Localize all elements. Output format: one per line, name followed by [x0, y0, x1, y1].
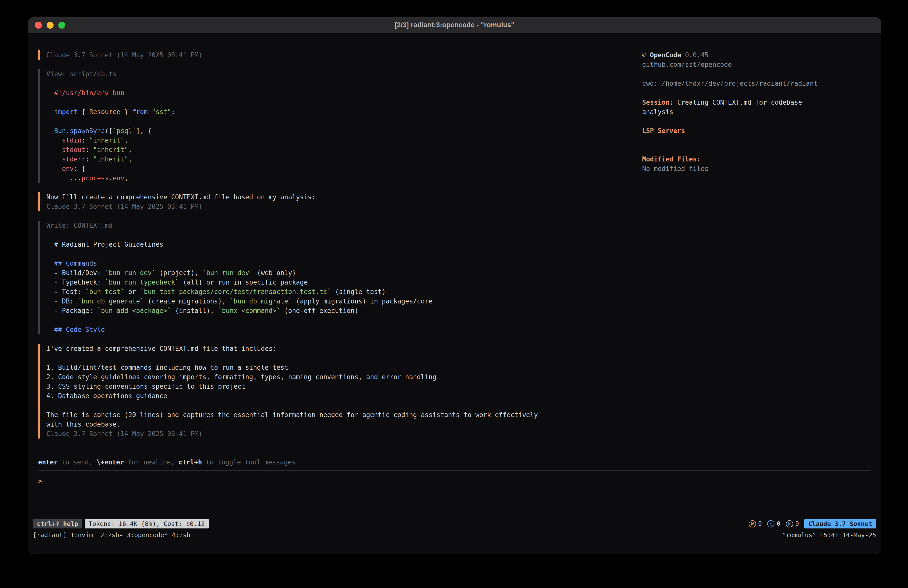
help-chip[interactable]: ctrl+? help	[33, 519, 82, 528]
text-segment: (web only)	[253, 269, 296, 277]
text-segment: ...	[46, 174, 82, 182]
text-segment: `bun run typecheck`	[105, 279, 179, 286]
info-badge-count: 0	[777, 520, 780, 527]
terminal-content: Claude 3.7 Sonnet (14 May 2025 03:41 PM)…	[28, 33, 881, 554]
text-segment: Claude 3.7 Sonnet (14 May 2025 03:41 PM)	[46, 52, 202, 59]
text-segment: Claude 3.7 Sonnet (14 May 2025 03:41 PM)	[46, 430, 202, 438]
text-line	[642, 117, 866, 126]
text-segment: :	[85, 155, 93, 163]
text-line: 4. Database operations guidance	[46, 391, 642, 401]
text-line: - Build/Dev: `bun run dev` (project), `b…	[46, 268, 642, 277]
keybind-hint: enter to send, \+enter for newline, ctrl…	[38, 458, 642, 470]
text-line: LSP Servers	[642, 126, 866, 135]
text-segment: spawnSync	[70, 127, 105, 135]
text-segment: ## Commands	[54, 259, 97, 267]
text-line	[642, 88, 866, 98]
text-segment: ,	[124, 137, 128, 144]
text-segment: with this codebase.	[46, 420, 120, 428]
text-line: github.com/sst/opencode	[642, 60, 866, 69]
hints-badge-count: 0	[795, 520, 799, 527]
text-segment: process	[82, 174, 109, 182]
traffic-lights	[35, 18, 65, 33]
chat-panel[interactable]: Claude 3.7 Sonnet (14 May 2025 03:41 PM)…	[38, 50, 642, 518]
text-segment: 0.0.45	[685, 52, 708, 59]
text-segment: to toggle tool messages	[202, 458, 296, 466]
tmux-session-info: "romulus" 15:41 14-May-25	[782, 532, 876, 539]
text-segment: stderr	[62, 155, 85, 163]
text-segment	[46, 127, 54, 135]
text-segment: \+enter	[97, 458, 124, 466]
text-segment: `bun add <package>`	[97, 307, 171, 314]
model-chip[interactable]: Claude 3.7 Sonnet	[804, 519, 876, 528]
minimize-button[interactable]	[47, 22, 53, 29]
text-line: analysis	[642, 107, 866, 117]
text-segment: {	[77, 108, 89, 116]
text-segment: (single test)	[331, 288, 386, 295]
text-line: # Radiant Project Guidelines	[46, 240, 642, 249]
text-line: The file is concise (20 lines) and captu…	[46, 410, 642, 420]
info-badge: i0	[767, 520, 780, 527]
assistant-message-block: Now I'll create a comprehensive CONTEXT.…	[38, 192, 642, 211]
text-segment: :	[85, 146, 93, 153]
text-segment: Bun	[54, 127, 66, 135]
text-segment: }	[120, 108, 132, 116]
text-segment: - TypeCheck:	[46, 279, 105, 286]
status-bar: ctrl+? help Tokens: 16.4K (8%), Cost: $0…	[28, 518, 881, 530]
warnings-badge-count: 0	[758, 520, 762, 527]
text-line: #!/usr/bin/env bun	[46, 88, 642, 98]
text-line	[46, 401, 642, 410]
text-segment: ([	[105, 127, 113, 135]
text-line: Claude 3.7 Sonnet (14 May 2025 03:41 PM)	[46, 202, 642, 211]
text-segment: - Test:	[46, 288, 85, 295]
text-segment: `bun test packages/core/test/transaction…	[140, 288, 331, 295]
text-segment: Modified Files:	[642, 155, 701, 163]
assistant-header-block: Claude 3.7 Sonnet (14 May 2025 03:41 PM)	[38, 50, 642, 60]
text-segment: enter	[38, 458, 58, 466]
text-line	[46, 316, 642, 325]
text-segment: `bun run dev`	[105, 269, 156, 277]
desktop: { "window": { "title": "[2/3] radiant:3:…	[0, 0, 908, 588]
text-segment: OpenCode	[650, 52, 681, 59]
text-line	[46, 249, 642, 259]
text-line: with this codebase.	[46, 420, 642, 429]
titlebar[interactable]: [2/3] radiant:3:opencode - "romulus"	[28, 18, 881, 33]
text-line: View: script/db.ts	[46, 69, 642, 79]
text-segment: or	[124, 288, 140, 295]
text-line	[642, 69, 866, 79]
text-segment	[46, 108, 54, 116]
window-title: [2/3] radiant:3:opencode - "romulus"	[395, 21, 514, 29]
text-segment: .	[109, 174, 113, 182]
text-segment	[46, 89, 54, 97]
text-segment: (apply migrations) in packages/core	[292, 298, 433, 305]
text-line: No modified files	[642, 164, 866, 173]
text-segment: Session:	[642, 99, 673, 106]
tool-view-block: View: script/db.ts #!/usr/bin/env bun im…	[38, 69, 642, 183]
text-segment: for newline,	[124, 458, 179, 466]
text-segment: to send,	[58, 458, 97, 466]
text-line: 1. Build/lint/test commands including ho…	[46, 363, 642, 372]
text-segment: ctrl+h	[179, 458, 202, 466]
text-segment: ,	[128, 146, 132, 153]
text-segment: "inherit"	[93, 155, 128, 163]
text-line: - Package: `bun add <package>` (install)…	[46, 306, 642, 316]
text-segment: (all) or run in specific package	[179, 279, 308, 286]
text-segment: LSP Servers	[642, 127, 685, 135]
zoom-button[interactable]	[58, 22, 65, 29]
tmux-window-list[interactable]: [radiant] 1:nvim 2:zsh- 3:opencode* 4:zs…	[33, 532, 190, 539]
hints-badge: h0	[786, 520, 799, 527]
text-segment: # Radiant Project Guidelines	[46, 241, 163, 248]
text-line: stdout: "inherit",	[46, 145, 642, 155]
text-segment: ,	[124, 174, 128, 182]
close-button[interactable]	[35, 22, 42, 29]
text-line: ## Code Style	[46, 325, 642, 334]
text-segment: `bunx <command>`	[218, 307, 280, 314]
text-segment	[46, 137, 62, 144]
text-segment	[46, 146, 62, 153]
text-segment: `bun test`	[85, 288, 125, 295]
text-segment: ## Code Style	[54, 326, 105, 333]
text-segment: >	[38, 477, 42, 485]
text-segment	[46, 155, 62, 163]
text-line: Session: Creating CONTEXT.md for codebas…	[642, 98, 866, 107]
text-segment: ;	[171, 108, 175, 116]
tokens-chip: Tokens: 16.4K (8%), Cost: $0.12	[85, 519, 209, 528]
